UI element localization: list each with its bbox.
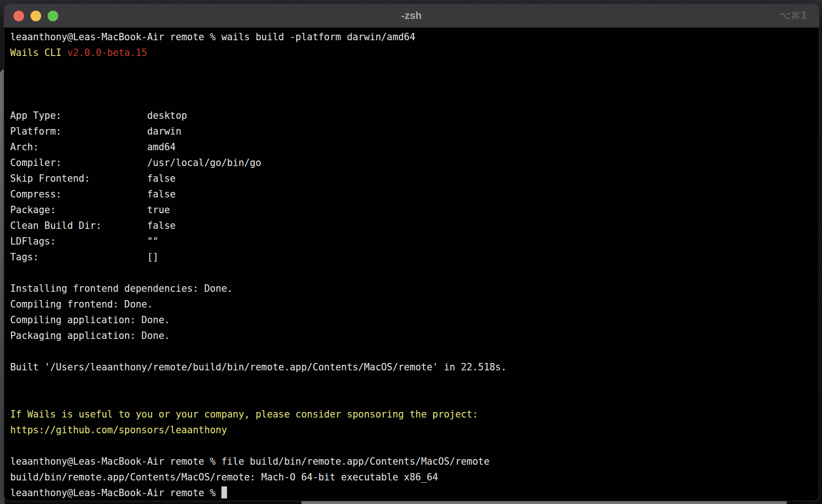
terminal-line: leaanthony@Leas-MacBook-Air remote % fil… xyxy=(10,454,816,469)
terminal-line xyxy=(10,375,816,391)
terminal-text: Arch: amd64 xyxy=(10,141,176,153)
terminal-line: Compiling application: Done. xyxy=(10,312,816,328)
terminal-cursor xyxy=(221,486,227,498)
terminal-line: Platform: darwin xyxy=(10,123,816,139)
terminal-line xyxy=(10,438,816,454)
terminal-text: Clean Build Dir: false xyxy=(10,220,176,231)
terminal-line: If Wails is useful to you or your compan… xyxy=(10,406,816,422)
terminal-line xyxy=(10,344,816,359)
terminal-line: Compiler: /usr/local/go/bin/go xyxy=(10,155,816,171)
titlebar[interactable]: -zsh ⌥⌘1 xyxy=(4,4,819,28)
terminal-text: Compiler: /usr/local/go/bin/go xyxy=(10,157,261,168)
close-button[interactable] xyxy=(13,11,24,21)
terminal-text: https://github.com/sponsors/leaanthony xyxy=(10,424,227,436)
terminal-line: Tags: [] xyxy=(10,249,816,265)
terminal-line: Skip Frontend: false xyxy=(10,171,816,186)
terminal-text: App Type: desktop xyxy=(10,110,187,121)
terminal-text: Compress: false xyxy=(10,189,176,200)
terminal-text: Skip Frontend: false xyxy=(10,173,176,184)
terminal-line: build/bin/remote.app/Contents/MacOS/remo… xyxy=(10,469,816,485)
terminal-text: v2.0.0-beta.15 xyxy=(67,47,147,58)
terminal-screen[interactable]: leaanthony@Leas-MacBook-Air remote % wai… xyxy=(4,28,819,501)
terminal-line: leaanthony@Leas-MacBook-Air remote % xyxy=(10,485,816,501)
terminal-line xyxy=(10,391,816,406)
terminal-line: leaanthony@Leas-MacBook-Air remote % wai… xyxy=(10,29,816,45)
terminal-text: Compiling application: Done. xyxy=(10,314,170,326)
zoom-button[interactable] xyxy=(48,11,58,21)
terminal-text: Tags: [] xyxy=(10,252,159,263)
terminal-line: Packaging application: Done. xyxy=(10,328,816,344)
terminal-line: Installing frontend dependencies: Done. xyxy=(10,281,816,296)
terminal-line: Compress: false xyxy=(10,186,816,202)
minimize-button[interactable] xyxy=(31,11,41,21)
window-shortcut-hint: ⌥⌘1 xyxy=(779,10,808,21)
terminal-text: leaanthony@Leas-MacBook-Air remote % fil… xyxy=(10,456,490,467)
traffic-lights xyxy=(4,11,58,21)
terminal-text: Built '/Users/leaanthony/remote/build/bi… xyxy=(10,362,507,373)
terminal-text: build/bin/remote.app/Contents/MacOS/remo… xyxy=(10,472,438,483)
window-title: -zsh xyxy=(4,10,819,22)
terminal-line: Clean Build Dir: false xyxy=(10,218,816,234)
terminal-text: If Wails is useful to you or your compan… xyxy=(10,409,478,420)
terminal-text: Installing frontend dependencies: Done. xyxy=(10,283,233,294)
terminal-line xyxy=(10,76,816,92)
terminal-text: Platform: darwin xyxy=(10,126,181,137)
terminal-line: Compiling frontend: Done. xyxy=(10,296,816,312)
terminal-text: Packaging application: Done. xyxy=(10,330,170,341)
terminal-text: leaanthony@Leas-MacBook-Air remote % wai… xyxy=(10,31,415,43)
terminal-text: Wails CLI xyxy=(10,47,67,58)
terminal-line: LDFlags: "" xyxy=(10,234,816,249)
background-window-bottom-edge xyxy=(301,501,787,504)
terminal-text: Compiling frontend: Done. xyxy=(10,299,153,310)
terminal-text: leaanthony@Leas-MacBook-Air remote % xyxy=(10,487,221,498)
terminal-line: https://github.com/sponsors/leaanthony xyxy=(10,422,816,438)
terminal-text: Package: true xyxy=(10,204,170,215)
terminal-text: LDFlags: "" xyxy=(10,236,159,247)
terminal-line xyxy=(10,61,816,76)
terminal-line: App Type: desktop xyxy=(10,108,816,123)
terminal-line: Built '/Users/leaanthony/remote/build/bi… xyxy=(10,359,816,375)
terminal-window: -zsh ⌥⌘1 leaanthony@Leas-MacBook-Air rem… xyxy=(4,4,819,501)
terminal-line xyxy=(10,265,816,281)
terminal-line: Wails CLI v2.0.0-beta.15 xyxy=(10,45,816,61)
terminal-line: Arch: amd64 xyxy=(10,139,816,155)
terminal-line xyxy=(10,92,816,108)
terminal-line: Package: true xyxy=(10,202,816,218)
